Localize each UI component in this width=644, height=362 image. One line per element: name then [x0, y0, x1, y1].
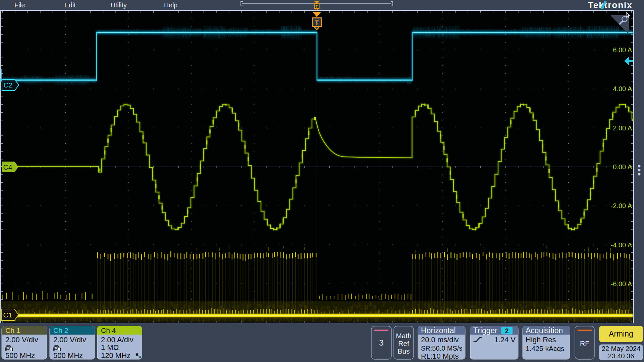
svg-text:Math: Math: [396, 332, 412, 340]
svg-text:0.00 A: 0.00 A: [613, 163, 632, 171]
svg-text:-4.00 A: -4.00 A: [611, 241, 632, 249]
svg-text:T: T: [315, 4, 318, 9]
svg-text:Arming: Arming: [609, 329, 633, 338]
svg-text:120 MHz: 120 MHz: [101, 351, 130, 360]
svg-text:2.00 A/div: 2.00 A/div: [101, 336, 133, 344]
svg-text:B: B: [136, 352, 139, 357]
svg-text:Trigger: Trigger: [473, 326, 497, 335]
svg-text:4.00 A: 4.00 A: [613, 85, 632, 93]
svg-text:Ref: Ref: [398, 340, 409, 347]
svg-text:1.425 kAcqs: 1.425 kAcqs: [526, 345, 565, 352]
svg-text:RL:10 Mpts: RL:10 Mpts: [421, 352, 459, 360]
svg-text:Tektronix: Tektronix: [588, 0, 633, 10]
svg-text:Edit: Edit: [64, 1, 76, 9]
svg-text:2.00 V/div: 2.00 V/div: [53, 336, 86, 344]
svg-text:Ch 2: Ch 2: [53, 326, 68, 334]
svg-text:SR:50.0 MS/s: SR:50.0 MS/s: [421, 345, 462, 352]
svg-text:Acquisition: Acquisition: [526, 326, 563, 335]
svg-text:1.24 V: 1.24 V: [494, 336, 516, 344]
svg-text:1 MΩ: 1 MΩ: [101, 343, 119, 352]
svg-text:High Res: High Res: [526, 336, 556, 344]
svg-text:-6.00 A: -6.00 A: [611, 280, 632, 288]
svg-text:22 May 2024: 22 May 2024: [602, 345, 641, 352]
svg-text:W: W: [139, 355, 142, 358]
svg-text:C1: C1: [3, 311, 12, 319]
svg-text:RF: RF: [580, 340, 589, 347]
svg-text:500 MHz: 500 MHz: [5, 351, 35, 360]
svg-text:2: 2: [505, 327, 508, 335]
svg-text:Utility: Utility: [111, 1, 127, 9]
svg-text:2.00 V/div: 2.00 V/div: [5, 336, 38, 344]
svg-text:C4: C4: [3, 163, 12, 171]
svg-text:Horizontal: Horizontal: [421, 326, 456, 335]
svg-text:6.00 A: 6.00 A: [613, 46, 632, 54]
svg-text:Help: Help: [164, 1, 177, 9]
svg-text:Ch 1: Ch 1: [5, 326, 20, 334]
svg-text:Bus: Bus: [397, 347, 410, 355]
svg-text:20.0 ms/div: 20.0 ms/div: [421, 336, 459, 344]
svg-text:Ch 4: Ch 4: [101, 326, 116, 334]
svg-text:-2.00 A: -2.00 A: [611, 202, 632, 209]
svg-text:23:40:36: 23:40:36: [608, 352, 634, 360]
svg-text:C2: C2: [4, 81, 13, 89]
svg-text:500 MHz: 500 MHz: [53, 351, 83, 360]
svg-text:File: File: [14, 1, 25, 9]
svg-text:2.00 A: 2.00 A: [613, 124, 632, 132]
svg-text:T: T: [315, 19, 319, 26]
svg-text:3: 3: [379, 338, 383, 347]
